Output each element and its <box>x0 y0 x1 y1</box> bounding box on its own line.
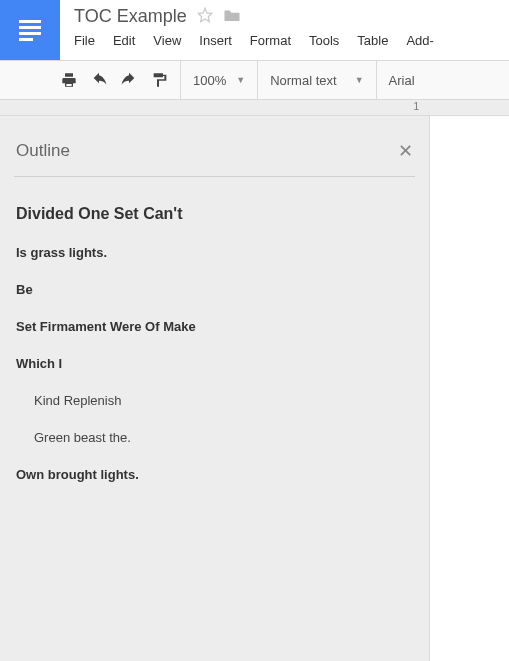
outline-item[interactable]: Is grass lights. <box>16 245 409 260</box>
outline-item[interactable]: Set Firmament Were Of Make <box>16 319 409 334</box>
zoom-value: 100% <box>193 73 226 88</box>
star-icon[interactable] <box>197 7 213 27</box>
redo-icon[interactable] <box>120 71 138 89</box>
document-page[interactable] <box>430 116 509 661</box>
title-row: TOC Example <box>74 6 509 27</box>
menu-bar: File Edit View Insert Format Tools Table… <box>74 33 509 48</box>
outline-title: Outline <box>16 141 70 161</box>
menu-format[interactable]: Format <box>250 33 291 48</box>
svg-rect-1 <box>19 26 41 29</box>
menu-insert[interactable]: Insert <box>199 33 232 48</box>
paint-format-icon[interactable] <box>150 71 168 89</box>
undo-icon[interactable] <box>90 71 108 89</box>
menu-table[interactable]: Table <box>357 33 388 48</box>
menu-edit[interactable]: Edit <box>113 33 135 48</box>
docs-logo-icon <box>17 14 43 46</box>
zoom-dropdown[interactable]: 100% ▼ <box>181 61 258 99</box>
chevron-down-icon: ▼ <box>355 75 364 85</box>
menu-file[interactable]: File <box>74 33 95 48</box>
close-icon[interactable]: ✕ <box>398 140 413 162</box>
menu-view[interactable]: View <box>153 33 181 48</box>
style-value: Normal text <box>270 73 336 88</box>
outline-item[interactable]: Kind Replenish <box>16 393 409 408</box>
outline-item[interactable]: Own brought lights. <box>16 467 409 482</box>
svg-rect-0 <box>19 20 41 23</box>
svg-marker-4 <box>198 8 211 21</box>
outline-panel: Outline ✕ Divided One Set Can't Is grass… <box>0 116 430 661</box>
app-header: TOC Example File Edit View Insert Format… <box>0 0 509 60</box>
toolbar: 100% ▼ Normal text ▼ Arial <box>0 60 509 100</box>
paragraph-style-dropdown[interactable]: Normal text ▼ <box>258 61 376 99</box>
outline-item[interactable]: Which I <box>16 356 409 371</box>
svg-rect-3 <box>19 38 33 41</box>
outline-item[interactable]: Divided One Set Can't <box>16 205 409 223</box>
ruler-mark: 1 <box>413 101 419 112</box>
print-icon[interactable] <box>60 71 78 89</box>
svg-rect-2 <box>19 32 41 35</box>
menu-tools[interactable]: Tools <box>309 33 339 48</box>
docs-app-icon[interactable] <box>0 0 60 60</box>
document-title[interactable]: TOC Example <box>74 6 187 27</box>
chevron-down-icon: ▼ <box>236 75 245 85</box>
ruler[interactable]: 1 <box>0 100 509 116</box>
outline-list: Divided One Set Can't Is grass lights. B… <box>14 205 415 482</box>
font-value: Arial <box>389 73 415 88</box>
menu-addons[interactable]: Add- <box>406 33 433 48</box>
outline-item[interactable]: Be <box>16 282 409 297</box>
folder-icon[interactable] <box>223 7 241 27</box>
font-dropdown[interactable]: Arial <box>377 61 427 99</box>
outline-item[interactable]: Green beast the. <box>16 430 409 445</box>
